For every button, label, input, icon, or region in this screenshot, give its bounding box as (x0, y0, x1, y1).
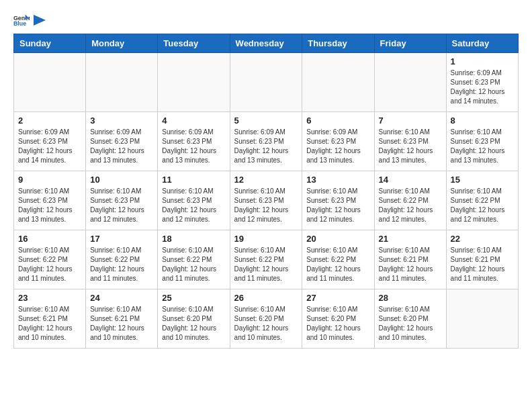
calendar-cell: 1Sunrise: 6:09 AM Sunset: 6:23 PM Daylig… (446, 53, 518, 112)
day-number: 23 (18, 293, 81, 303)
day-info: Sunrise: 6:09 AM Sunset: 6:23 PM Dayligh… (90, 128, 153, 165)
calendar-cell: 19Sunrise: 6:10 AM Sunset: 6:22 PM Dayli… (230, 230, 302, 289)
day-of-week-header: Sunday (14, 34, 86, 53)
day-number: 28 (379, 293, 442, 303)
day-info: Sunrise: 6:09 AM Sunset: 6:23 PM Dayligh… (451, 68, 514, 106)
day-number: 24 (90, 293, 153, 303)
day-number: 4 (162, 116, 225, 126)
day-info: Sunrise: 6:10 AM Sunset: 6:22 PM Dayligh… (162, 246, 225, 283)
day-info: Sunrise: 6:10 AM Sunset: 6:20 PM Dayligh… (162, 305, 225, 342)
day-info: Sunrise: 6:10 AM Sunset: 6:22 PM Dayligh… (451, 187, 514, 224)
calendar-cell: 20Sunrise: 6:10 AM Sunset: 6:22 PM Dayli… (302, 230, 374, 289)
day-number: 3 (90, 116, 153, 126)
day-number: 20 (306, 234, 369, 244)
day-info: Sunrise: 6:09 AM Sunset: 6:23 PM Dayligh… (306, 128, 369, 165)
day-of-week-header: Thursday (302, 34, 374, 53)
calendar-cell (374, 53, 446, 112)
calendar-cell: 15Sunrise: 6:10 AM Sunset: 6:22 PM Dayli… (446, 171, 518, 230)
day-info: Sunrise: 6:10 AM Sunset: 6:22 PM Dayligh… (18, 246, 81, 283)
day-info: Sunrise: 6:09 AM Sunset: 6:23 PM Dayligh… (162, 128, 225, 165)
calendar-cell: 11Sunrise: 6:10 AM Sunset: 6:23 PM Dayli… (158, 171, 230, 230)
day-number: 11 (162, 175, 225, 185)
calendar-cell: 28Sunrise: 6:10 AM Sunset: 6:20 PM Dayli… (374, 289, 446, 349)
day-number: 21 (379, 234, 442, 244)
day-number: 15 (451, 175, 514, 185)
calendar-cell: 6Sunrise: 6:09 AM Sunset: 6:23 PM Daylig… (302, 112, 374, 171)
calendar-cell (446, 289, 518, 349)
day-number: 9 (18, 175, 81, 185)
calendar-cell: 23Sunrise: 6:10 AM Sunset: 6:21 PM Dayli… (14, 289, 86, 349)
day-number: 13 (306, 175, 369, 185)
generalblue-logo-icon: General Blue (13, 13, 30, 27)
day-number: 7 (379, 116, 442, 126)
day-number: 5 (234, 116, 298, 126)
day-of-week-header: Friday (374, 34, 446, 53)
day-info: Sunrise: 6:10 AM Sunset: 6:23 PM Dayligh… (379, 128, 442, 165)
day-number: 19 (234, 234, 298, 244)
header: General Blue (13, 13, 519, 27)
week-row: 16Sunrise: 6:10 AM Sunset: 6:22 PM Dayli… (14, 230, 519, 289)
day-info: Sunrise: 6:10 AM Sunset: 6:20 PM Dayligh… (306, 305, 369, 342)
day-number: 26 (234, 293, 298, 303)
day-of-week-header: Tuesday (158, 34, 230, 53)
day-info: Sunrise: 6:10 AM Sunset: 6:21 PM Dayligh… (90, 305, 153, 342)
day-number: 22 (451, 234, 514, 244)
calendar-cell: 7Sunrise: 6:10 AM Sunset: 6:23 PM Daylig… (374, 112, 446, 171)
calendar-cell: 5Sunrise: 6:09 AM Sunset: 6:23 PM Daylig… (230, 112, 302, 171)
day-info: Sunrise: 6:10 AM Sunset: 6:23 PM Dayligh… (451, 128, 514, 165)
day-info: Sunrise: 6:09 AM Sunset: 6:23 PM Dayligh… (18, 128, 81, 165)
day-number: 10 (90, 175, 153, 185)
logo: General Blue (13, 13, 46, 27)
day-number: 2 (18, 116, 81, 126)
calendar-cell: 13Sunrise: 6:10 AM Sunset: 6:23 PM Dayli… (302, 171, 374, 230)
day-info: Sunrise: 6:10 AM Sunset: 6:21 PM Dayligh… (379, 246, 442, 283)
day-number: 27 (306, 293, 369, 303)
calendar-cell: 17Sunrise: 6:10 AM Sunset: 6:22 PM Dayli… (86, 230, 158, 289)
week-row: 2Sunrise: 6:09 AM Sunset: 6:23 PM Daylig… (14, 112, 519, 171)
day-info: Sunrise: 6:10 AM Sunset: 6:21 PM Dayligh… (451, 246, 514, 283)
day-number: 14 (379, 175, 442, 185)
week-row: 1Sunrise: 6:09 AM Sunset: 6:23 PM Daylig… (14, 53, 519, 112)
calendar-table: SundayMondayTuesdayWednesdayThursdayFrid… (13, 34, 519, 349)
calendar-cell: 16Sunrise: 6:10 AM Sunset: 6:22 PM Dayli… (14, 230, 86, 289)
day-info: Sunrise: 6:10 AM Sunset: 6:23 PM Dayligh… (18, 187, 81, 224)
logo-arrow-icon (34, 15, 46, 26)
calendar-cell: 2Sunrise: 6:09 AM Sunset: 6:23 PM Daylig… (14, 112, 86, 171)
day-of-week-header: Wednesday (230, 34, 302, 53)
svg-marker-3 (34, 15, 46, 26)
day-info: Sunrise: 6:10 AM Sunset: 6:20 PM Dayligh… (379, 305, 442, 342)
day-info: Sunrise: 6:10 AM Sunset: 6:23 PM Dayligh… (162, 187, 225, 224)
week-row: 9Sunrise: 6:10 AM Sunset: 6:23 PM Daylig… (14, 171, 519, 230)
day-info: Sunrise: 6:09 AM Sunset: 6:23 PM Dayligh… (234, 128, 298, 165)
week-row: 23Sunrise: 6:10 AM Sunset: 6:21 PM Dayli… (14, 289, 519, 349)
calendar-cell: 4Sunrise: 6:09 AM Sunset: 6:23 PM Daylig… (158, 112, 230, 171)
calendar-cell (86, 53, 158, 112)
day-info: Sunrise: 6:10 AM Sunset: 6:22 PM Dayligh… (379, 187, 442, 224)
calendar-cell: 26Sunrise: 6:10 AM Sunset: 6:20 PM Dayli… (230, 289, 302, 349)
calendar-cell: 3Sunrise: 6:09 AM Sunset: 6:23 PM Daylig… (86, 112, 158, 171)
day-info: Sunrise: 6:10 AM Sunset: 6:22 PM Dayligh… (90, 246, 153, 283)
day-info: Sunrise: 6:10 AM Sunset: 6:22 PM Dayligh… (306, 246, 369, 283)
day-info: Sunrise: 6:10 AM Sunset: 6:23 PM Dayligh… (90, 187, 153, 224)
day-info: Sunrise: 6:10 AM Sunset: 6:20 PM Dayligh… (234, 305, 298, 342)
day-number: 6 (306, 116, 369, 126)
calendar-cell (230, 53, 302, 112)
calendar-cell: 9Sunrise: 6:10 AM Sunset: 6:23 PM Daylig… (14, 171, 86, 230)
day-number: 16 (18, 234, 81, 244)
calendar-cell (14, 53, 86, 112)
day-number: 18 (162, 234, 225, 244)
day-number: 12 (234, 175, 298, 185)
day-number: 8 (451, 116, 514, 126)
day-of-week-header: Monday (86, 34, 158, 53)
calendar-cell: 25Sunrise: 6:10 AM Sunset: 6:20 PM Dayli… (158, 289, 230, 349)
svg-text:Blue: Blue (13, 20, 26, 27)
day-info: Sunrise: 6:10 AM Sunset: 6:22 PM Dayligh… (234, 246, 298, 283)
day-of-week-header: Saturday (446, 34, 518, 53)
calendar-cell: 8Sunrise: 6:10 AM Sunset: 6:23 PM Daylig… (446, 112, 518, 171)
calendar-cell: 14Sunrise: 6:10 AM Sunset: 6:22 PM Dayli… (374, 171, 446, 230)
calendar-cell: 10Sunrise: 6:10 AM Sunset: 6:23 PM Dayli… (86, 171, 158, 230)
day-number: 17 (90, 234, 153, 244)
calendar-cell: 12Sunrise: 6:10 AM Sunset: 6:23 PM Dayli… (230, 171, 302, 230)
calendar-cell: 27Sunrise: 6:10 AM Sunset: 6:20 PM Dayli… (302, 289, 374, 349)
calendar-cell: 21Sunrise: 6:10 AM Sunset: 6:21 PM Dayli… (374, 230, 446, 289)
